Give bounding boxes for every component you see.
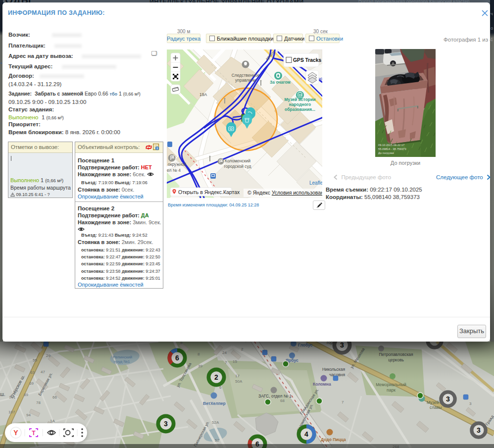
svg-text:Додо Пицца: Додо Пицца [321, 437, 346, 442]
svg-text:образования...: образования... [285, 107, 315, 112]
svg-text:ВетХелпер: ВетХелпер [203, 401, 226, 406]
svg-text:T: T [32, 430, 36, 437]
svg-text:3: 3 [446, 395, 450, 403]
svg-text:7: 7 [342, 400, 344, 404]
svg-text:Следственное: Следственное [232, 73, 260, 78]
svg-text:107: 107 [8, 410, 15, 414]
svg-text:За очагом: За очагом [270, 80, 291, 85]
svg-text:66: 66 [52, 395, 57, 399]
svg-text:89: 89 [24, 393, 28, 397]
svg-text:68: 68 [280, 398, 285, 403]
svg-text:До погрузки: До погрузки [378, 151, 394, 154]
svg-text:19А: 19А [199, 92, 207, 97]
svg-text:GPS Tracks: GPS Tracks [293, 57, 322, 63]
svg-text:101: 101 [9, 395, 16, 399]
svg-text:народного: народного [289, 102, 311, 107]
svg-text:3: 3 [164, 420, 168, 428]
svg-text:городской суд: городской суд [224, 164, 251, 169]
svg-text:1А: 1А [50, 419, 55, 423]
svg-text:55.09814 - 38.759373: 55.09814 - 38.759373 [378, 148, 406, 150]
svg-text:78: 78 [36, 400, 41, 405]
svg-text:управлени: управлени [235, 78, 256, 83]
svg-text:ЗАГС, отдел № 1: ЗАГС, отдел № 1 [258, 394, 292, 398]
svg-text:Открыть в Яндекс.Картах: Открыть в Яндекс.Картах [178, 189, 240, 195]
svg-text:3: 3 [477, 426, 481, 434]
svg-text:© Яндекс Условия использования: © Яндекс Условия использования [247, 190, 322, 196]
svg-text:славы: славы [430, 405, 442, 410]
svg-text:4: 4 [304, 430, 308, 438]
svg-text:окружной: окружной [168, 162, 187, 167]
svg-text:ш.: ш. [0, 392, 5, 397]
svg-text:парк: парк [387, 388, 395, 393]
svg-text:Коломенский: Коломенский [225, 158, 250, 163]
svg-text:Коломна: Коломна [313, 382, 331, 387]
svg-text:94: 94 [26, 413, 31, 417]
svg-text:09.10.2025 09:22:17: 09.10.2025 09:22:17 [378, 144, 404, 147]
svg-text:52А: 52А [212, 420, 219, 425]
svg-text:52: 52 [215, 438, 219, 443]
svg-text:69: 69 [29, 381, 34, 386]
svg-text:Leaflet: Leaflet [309, 180, 322, 186]
svg-text:Y: Y [13, 429, 18, 437]
svg-text:3: 3 [469, 401, 472, 406]
svg-text:Мемориальный: Мемориальный [376, 382, 406, 387]
svg-text:ел № 4: ел № 4 [167, 168, 181, 173]
